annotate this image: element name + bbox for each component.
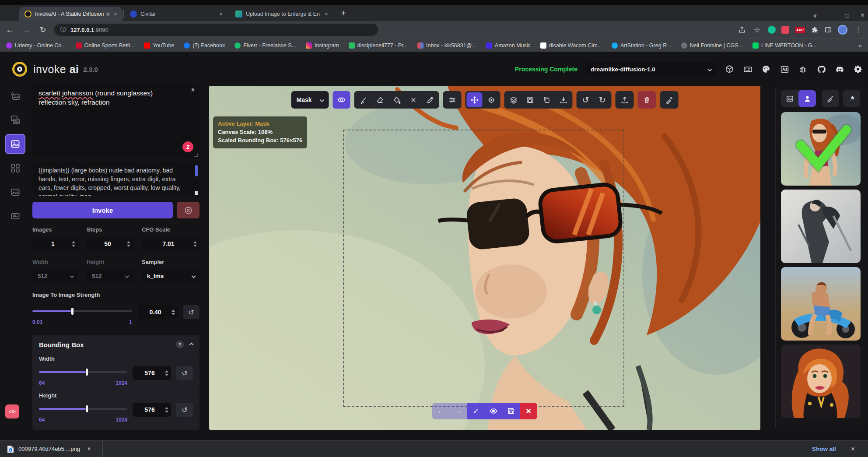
tab-post-processing[interactable] (5, 182, 25, 202)
bookmark-artstation[interactable]: ArtStation - Greg R... (612, 42, 672, 49)
strength-stepper[interactable]: 0.40 (137, 305, 178, 319)
browser-menu-icon[interactable]: ⋮ (853, 26, 864, 34)
bookmark-line-webtoon[interactable]: LINE WEBTOON - G... (752, 42, 817, 49)
clear-mask-icon[interactable] (406, 92, 421, 107)
gallery-results-view-button[interactable] (798, 90, 816, 107)
download-bar-close-icon[interactable]: × (851, 445, 855, 453)
height-select[interactable]: 512 (87, 269, 133, 283)
bookmark-youtube[interactable]: YouTube (144, 42, 174, 49)
copy-to-clipboard-icon[interactable] (539, 92, 555, 107)
model-manager-icon[interactable] (724, 64, 734, 74)
reload-button[interactable]: ↻ (38, 25, 48, 35)
cfg-scale-stepper[interactable]: 7.01 (142, 237, 200, 251)
accept-staging-button[interactable]: ✓ (467, 403, 485, 419)
bookmarks-overflow-icon[interactable]: » (858, 42, 862, 49)
sampler-select[interactable]: k_lms (142, 269, 200, 283)
window-maximize-button[interactable]: □ (846, 12, 849, 19)
bookmark-wacom[interactable]: disable Wacom Circ... (540, 42, 602, 49)
help-icon[interactable]: ? (176, 341, 184, 348)
tool-options-icon[interactable] (444, 92, 460, 107)
merge-layers-icon[interactable] (506, 92, 522, 107)
hotkeys-icon[interactable] (743, 64, 752, 74)
show-hide-staging-button[interactable] (485, 403, 502, 419)
report-bug-icon[interactable] (798, 64, 808, 74)
negative-prompt-textarea[interactable]: ((implants)) (large boobs) nude bad anat… (32, 162, 200, 196)
bookmark-neil-fontaine[interactable]: Neil Fontaine | CGS... (681, 42, 743, 49)
forward-button[interactable]: → (21, 25, 32, 35)
tab-close-icon[interactable]: × (113, 11, 118, 18)
discord-icon[interactable] (835, 64, 844, 74)
save-staging-button[interactable] (502, 403, 520, 419)
bookmark-facebook[interactable]: (7) Facebook (184, 42, 225, 49)
gallery-thumbnail-motorcycle[interactable] (781, 267, 861, 341)
move-tool-icon[interactable] (467, 92, 483, 107)
window-close-button[interactable]: × (861, 11, 864, 19)
img2img-strength-slider[interactable] (32, 307, 132, 318)
download-item[interactable]: 000979.40d74eb5....png ∨ (7, 445, 91, 453)
address-bar[interactable]: ⓘ 127.0.0.1:9090 (54, 24, 378, 36)
bbox-width-slider[interactable] (39, 368, 127, 379)
clear-canvas-trash-icon[interactable] (639, 92, 655, 107)
bookmark-instagram[interactable]: Instagram (306, 42, 339, 49)
bbox-height-stepper[interactable]: 576 (133, 403, 171, 417)
back-button[interactable]: ← (4, 25, 15, 35)
bbox-height-slider[interactable] (39, 404, 127, 416)
canvas-settings-wrench-icon[interactable] (662, 92, 677, 107)
theme-palette-icon[interactable] (761, 64, 771, 74)
undo-button[interactable]: ↺ (578, 92, 594, 107)
tab-training[interactable] (5, 206, 25, 226)
bookmark-udemy[interactable]: Udemy - Online Co... (6, 42, 66, 49)
eraser-tool-icon[interactable] (372, 92, 388, 107)
tab-text-to-image[interactable]: A (5, 86, 25, 106)
prompt-textarea[interactable]: scarlett johansson (round sunglasses) re… (32, 83, 200, 158)
bookmark-sports-betting[interactable]: Online Sports Betti... (76, 42, 135, 49)
gallery-thumbnail-redhead[interactable] (781, 345, 861, 418)
invoke-button[interactable]: Invoke (32, 202, 173, 218)
tab-search-chevron-icon[interactable]: ∨ (813, 12, 817, 19)
gallery-pin-icon[interactable] (843, 90, 860, 107)
bounding-box-overlay[interactable] (343, 130, 624, 407)
previous-staging-image-button[interactable]: ← (432, 403, 450, 419)
gallery-images-view-button[interactable] (781, 90, 798, 107)
settings-gear-icon[interactable] (853, 64, 863, 74)
grammarly-extension-icon[interactable] (768, 26, 776, 34)
fill-bounding-box-icon[interactable] (389, 92, 405, 107)
profile-avatar[interactable] (838, 25, 847, 35)
redo-button[interactable]: ↻ (595, 92, 610, 107)
site-info-icon[interactable]: ⓘ (60, 26, 66, 34)
bbox-height-reset-button[interactable]: ↺ (176, 403, 193, 417)
resize-grip-icon[interactable] (194, 153, 198, 157)
show-all-downloads-link[interactable]: Show all (812, 446, 836, 452)
language-icon[interactable] (780, 64, 789, 74)
bookmark-fiverr[interactable]: Fiverr - Freelance S... (234, 42, 296, 49)
strength-reset-button[interactable]: ↺ (183, 305, 200, 319)
tab-close-icon[interactable]: × (324, 11, 329, 18)
steps-stepper[interactable]: 50 (87, 237, 133, 251)
brush-tool-icon[interactable] (356, 92, 371, 107)
scrollbar-thumb[interactable] (195, 165, 198, 176)
next-staging-image-button[interactable]: → (450, 403, 467, 419)
bookmark-star-icon[interactable]: ☆ (752, 26, 762, 34)
window-minimize-button[interactable]: — (829, 12, 834, 19)
share-icon[interactable] (738, 26, 746, 34)
tab-image-to-image[interactable] (5, 110, 25, 130)
color-picker-icon[interactable] (422, 92, 438, 107)
unified-canvas[interactable]: Mask (209, 86, 760, 430)
bbox-width-stepper[interactable]: 576 (133, 366, 171, 380)
bookmark-inbox[interactable]: Inbox - klk56831@... (417, 42, 476, 49)
reset-view-icon[interactable] (483, 92, 499, 107)
gallery-settings-wrench-icon[interactable] (822, 90, 839, 107)
bookmark-amazon-music[interactable]: Amazon Music (486, 42, 531, 49)
side-panel-icon[interactable] (824, 26, 832, 34)
cancel-button[interactable] (177, 202, 200, 218)
images-stepper[interactable]: 1 (32, 237, 78, 251)
layer-select[interactable]: Mask (291, 91, 329, 109)
mask-options-button[interactable] (333, 91, 350, 109)
download-chevron-icon[interactable]: ∨ (87, 446, 91, 452)
tab-civitai[interactable]: Civitai × (125, 7, 228, 21)
github-icon[interactable] (816, 64, 826, 74)
adblock-extension-icon[interactable]: ABP (795, 27, 805, 33)
pin-icon[interactable] (189, 87, 196, 94)
tab-nodes[interactable] (5, 158, 25, 178)
tab-close-icon[interactable]: × (218, 11, 224, 18)
